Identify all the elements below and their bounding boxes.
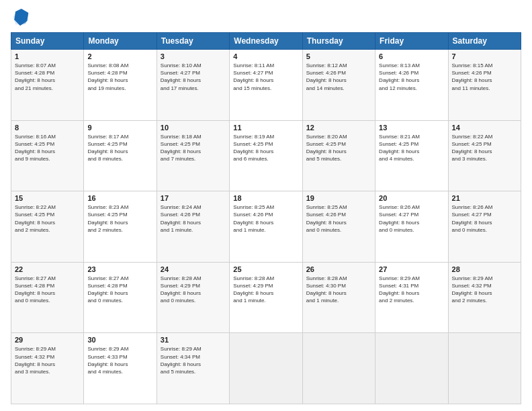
cell-detail: Sunset: 4:27 PM [379,211,444,218]
cell-detail: and 5 minutes. [161,368,226,375]
cell-detail: Sunrise: 8:25 AM [306,203,371,211]
cell-detail: Sunrise: 8:23 AM [87,203,152,211]
cell-detail: Sunrise: 8:29 AM [452,275,517,282]
cell-detail: Sunrise: 8:28 AM [161,275,226,282]
day-number: 3 [161,52,226,60]
cell-detail: Sunset: 4:27 PM [161,69,226,77]
cell-detail: Sunset: 4:25 PM [87,140,152,148]
day-number: 15 [15,194,80,202]
cell-detail: Sunset: 4:27 PM [452,211,517,218]
cell-detail: Daylight: 8 hours [306,219,371,226]
cell-detail: Daylight: 8 hours [306,148,371,155]
cell-detail: Sunrise: 8:27 AM [15,275,80,282]
calendar-cell: 11Sunrise: 8:19 AMSunset: 4:25 PMDayligh… [230,120,302,191]
calendar-cell: 13Sunrise: 8:21 AMSunset: 4:25 PMDayligh… [375,120,448,191]
cell-detail: Sunrise: 8:26 AM [379,203,444,211]
cell-detail: Daylight: 8 hours [15,361,80,368]
cell-detail: and 5 minutes. [306,155,371,163]
cell-detail: and 17 minutes. [161,85,226,92]
day-number: 11 [233,124,298,132]
cell-detail: and 4 minutes. [87,368,152,375]
cell-detail: Daylight: 8 hours [87,289,152,297]
cell-detail: Daylight: 8 hours [87,219,152,226]
cell-detail: Sunrise: 8:10 AM [161,62,226,69]
calendar-cell: 20Sunrise: 8:26 AMSunset: 4:27 PMDayligh… [375,191,448,263]
cell-detail: Daylight: 8 hours [161,219,226,226]
calendar-header-monday: Monday [84,33,157,50]
calendar-week-1: 1Sunrise: 8:07 AMSunset: 4:28 PMDaylight… [11,50,521,121]
day-number: 23 [87,265,152,273]
calendar-cell: 31Sunrise: 8:29 AMSunset: 4:34 PMDayligh… [157,333,229,404]
cell-detail: Sunset: 4:25 PM [452,140,517,148]
cell-detail: Daylight: 8 hours [15,148,80,155]
calendar-cell: 14Sunrise: 8:22 AMSunset: 4:25 PMDayligh… [448,120,521,191]
cell-detail: Sunset: 4:25 PM [306,140,371,148]
cell-detail: Daylight: 8 hours [87,77,152,84]
calendar-header-tuesday: Tuesday [157,33,229,50]
cell-detail: Daylight: 8 hours [161,77,226,84]
cell-detail: Sunset: 4:26 PM [161,211,226,218]
cell-detail: Daylight: 8 hours [452,148,517,155]
cell-detail: Sunrise: 8:12 AM [306,62,371,69]
calendar-week-5: 29Sunrise: 8:29 AMSunset: 4:32 PMDayligh… [11,333,521,404]
cell-detail: Sunrise: 8:21 AM [379,133,444,140]
day-number: 4 [233,52,298,60]
calendar-cell [302,333,375,404]
cell-detail: Sunrise: 8:29 AM [161,345,226,353]
cell-detail: Daylight: 8 hours [452,77,517,84]
cell-detail: Sunset: 4:25 PM [87,211,152,218]
cell-detail: and 3 minutes. [15,368,80,375]
calendar-cell: 17Sunrise: 8:24 AMSunset: 4:26 PMDayligh… [157,191,229,263]
cell-detail: and 9 minutes. [15,155,80,163]
cell-detail: Daylight: 8 hours [233,289,298,297]
day-number: 27 [379,265,444,273]
cell-detail: Sunset: 4:34 PM [161,353,226,361]
cell-detail: Daylight: 8 hours [233,77,298,84]
calendar-cell: 8Sunrise: 8:16 AMSunset: 4:25 PMDaylight… [11,120,84,191]
cell-detail: Sunrise: 8:27 AM [87,275,152,282]
cell-detail: Daylight: 8 hours [15,289,80,297]
cell-detail: Sunrise: 8:13 AM [379,62,444,69]
cell-detail: Sunrise: 8:08 AM [87,62,152,69]
cell-detail: and 15 minutes. [233,85,298,92]
calendar-header-sunday: Sunday [11,33,84,50]
cell-detail: Sunrise: 8:22 AM [15,203,80,211]
cell-detail: Sunrise: 8:19 AM [233,133,298,140]
cell-detail: Daylight: 8 hours [452,219,517,226]
cell-detail: Daylight: 8 hours [452,289,517,297]
cell-detail: Sunrise: 8:29 AM [379,275,444,282]
cell-detail: Sunset: 4:26 PM [233,211,298,218]
calendar-cell: 9Sunrise: 8:17 AMSunset: 4:25 PMDaylight… [84,120,157,191]
calendar-week-4: 22Sunrise: 8:27 AMSunset: 4:28 PMDayligh… [11,262,521,333]
cell-detail: Sunset: 4:28 PM [87,282,152,289]
cell-detail: Sunset: 4:27 PM [233,69,298,77]
cell-detail: Daylight: 8 hours [306,77,371,84]
day-number: 1 [15,52,80,60]
calendar-cell: 12Sunrise: 8:20 AMSunset: 4:25 PMDayligh… [302,120,375,191]
cell-detail: Daylight: 8 hours [161,361,226,368]
cell-detail: Sunset: 4:32 PM [15,353,80,361]
cell-detail: and 1 minute. [306,297,371,304]
cell-detail: Sunset: 4:28 PM [15,282,80,289]
cell-detail: Sunrise: 8:26 AM [452,203,517,211]
day-number: 18 [233,194,298,202]
day-number: 19 [306,194,371,202]
calendar-cell: 28Sunrise: 8:29 AMSunset: 4:32 PMDayligh… [448,262,521,333]
cell-detail: and 0 minutes. [306,226,371,234]
cell-detail: Sunrise: 8:28 AM [233,275,298,282]
day-number: 6 [379,52,444,60]
cell-detail: Sunset: 4:25 PM [15,211,80,218]
cell-detail: Daylight: 8 hours [306,289,371,297]
cell-detail: and 19 minutes. [87,85,152,92]
day-number: 30 [87,336,152,344]
cell-detail: and 0 minutes. [87,297,152,304]
cell-detail: Daylight: 8 hours [379,148,444,155]
cell-detail: Sunrise: 8:11 AM [233,62,298,69]
cell-detail: Sunrise: 8:24 AM [161,203,226,211]
cell-detail: Sunset: 4:25 PM [15,140,80,148]
cell-detail: Sunrise: 8:29 AM [87,345,152,353]
cell-detail: Sunset: 4:28 PM [87,69,152,77]
cell-detail: and 0 minutes. [379,226,444,234]
cell-detail: Sunset: 4:26 PM [452,69,517,77]
day-number: 13 [379,124,444,132]
